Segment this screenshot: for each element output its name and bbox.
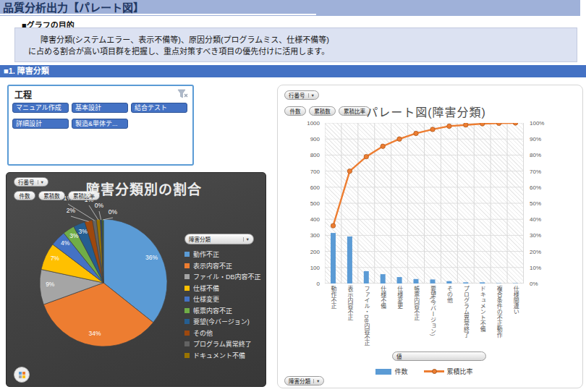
slicer-item-0[interactable]: マニュアル作成 (12, 103, 69, 113)
row-field-button[interactable]: 行番号▼ (14, 177, 48, 187)
pie-leader-line (71, 216, 89, 221)
pie-legend: 障害分類▼ 動作不正表示内容不正ファイル・DB内容不正仕様不備仕様変更帳票内容不… (184, 234, 266, 361)
pivotchart-button[interactable] (14, 367, 30, 383)
field-button-count[interactable]: 件数 (284, 106, 306, 116)
bar-3[interactable] (381, 274, 386, 284)
pie-legend-item-3: 仕様不備 (184, 283, 266, 294)
x-axis-label-0: 動作不正 (330, 286, 336, 358)
right-axis-tick: 70% (530, 169, 554, 175)
funnel-clear-icon[interactable] (177, 89, 189, 99)
bar-9[interactable] (480, 282, 485, 284)
line-marker-10[interactable] (496, 123, 501, 126)
x-axis-label-9: ドキュメント不備 (479, 286, 485, 358)
right-axis-tick: 90% (530, 136, 554, 142)
legend-swatch (184, 353, 190, 358)
left-axis-tick: 500 (295, 200, 320, 207)
pie-legend-item-1: 表示内容不正 (184, 260, 266, 272)
legend-label: 動作不正 (193, 250, 219, 259)
left-axis-tick: 900 (295, 136, 320, 142)
pie-legend-item-4: 仕様変更 (184, 294, 266, 305)
bar-0[interactable] (331, 233, 336, 284)
chart-mini-icon (19, 372, 25, 378)
left-axis-tick: 200 (295, 249, 320, 255)
right-axis-tick: 100% (530, 120, 554, 127)
slicer-item-4[interactable]: 製造&単体テ... (72, 119, 128, 129)
legend-swatch (184, 319, 190, 324)
line-marker-7[interactable] (447, 124, 451, 128)
legend-label: 帳票内容不正 (193, 306, 232, 315)
x-axis-label-11: 仕様間違い (512, 286, 519, 358)
legend-label: 仕様変更 (193, 294, 219, 304)
legend-label: その他 (193, 328, 213, 338)
line-marker-9[interactable] (480, 123, 485, 126)
legend-axis-field-button[interactable]: 障害分類▼ (184, 234, 254, 244)
left-axis-tick: 700 (295, 169, 320, 175)
right-axis-tick: 80% (530, 152, 554, 158)
dropdown-caret: ▼ (243, 237, 250, 242)
section-heading-failure-class: ■1. 障害分類 (0, 65, 586, 77)
line-marker-11[interactable] (513, 123, 517, 125)
pie-chart-card: 36%34%9%7%4%3%3%2%1%1%0%0% 行番号▼ 件数 累積数 累… (6, 172, 266, 387)
pie-data-label-2: 9% (46, 281, 55, 288)
line-marker-4[interactable] (397, 137, 402, 141)
right-axis-tick: 40% (530, 216, 554, 223)
pie-legend-item-2: ファイル・DB内容不正 (184, 271, 266, 283)
pie-data-label-3: 7% (51, 255, 60, 262)
left-axis-tick: 600 (295, 184, 320, 191)
legend-label: ファイル・DB内容不正 (193, 272, 261, 281)
line-marker-1[interactable] (347, 169, 352, 173)
pareto-plot (325, 123, 524, 284)
slicer-item-2[interactable]: 結合テスト (131, 103, 187, 113)
pie-data-label-1: 34% (89, 330, 101, 337)
x-axis-label-5: 帳票内容不正 (412, 286, 419, 358)
bar-6[interactable] (430, 279, 436, 284)
legend-swatch (184, 252, 190, 257)
right-axis-tick: 50% (530, 200, 554, 207)
dropdown-caret: ▼ (313, 379, 320, 383)
pie-legend-item-6: 要望(今バージョン) (184, 316, 266, 328)
slicer-item-1[interactable]: 基本設計 (72, 103, 128, 113)
purpose-text-line2: に占める割合が高い項目群を把握し、重点対策すべき項目の優先付けに活用します。 (28, 45, 329, 56)
bar-4[interactable] (397, 277, 402, 284)
line-marker-0[interactable] (331, 223, 335, 228)
line-marker-3[interactable] (381, 144, 385, 148)
slicer-items: マニュアル作成基本設計結合テスト詳細設計製造&単体テ... (11, 101, 192, 133)
purpose-box: 障害分類(システムエラー、表示不備等)、原因分類(プログラムミス、仕様不備等) … (14, 27, 577, 62)
bar-8[interactable] (463, 282, 468, 284)
values-field-button[interactable]: 値 (392, 351, 486, 361)
left-axis-tick: 300 (295, 232, 320, 239)
x-axis-label-1: 表示内容不正 (347, 286, 353, 358)
purpose-text-line1: 障害分類(システムエラー、表示不備等)、原因分類(プログラムミス、仕様不備等) (41, 33, 329, 45)
left-axis-tick: 800 (295, 152, 320, 158)
legend-swatch (184, 286, 190, 291)
slicer-item-3[interactable]: 詳細設計 (12, 119, 69, 129)
right-axis-tick: 10% (530, 265, 554, 271)
bar-series-swatch (375, 369, 391, 375)
dropdown-caret: ▼ (38, 180, 44, 184)
legend-label: 要望(今バージョン) (193, 317, 250, 326)
left-axis-tick: 100 (295, 265, 320, 271)
left-axis-tick: 400 (295, 216, 320, 223)
bar-5[interactable] (414, 279, 419, 284)
slicer-title: 工程 (14, 88, 32, 101)
field-button-count[interactable]: 件数 (14, 191, 35, 200)
right-axis-tick: 20% (530, 249, 554, 255)
legend-swatch (184, 263, 190, 268)
x-axis-label-2: ファイル・DB内容不正 (363, 286, 370, 358)
x-axis-label-6: 要望(今バージョン) (429, 286, 436, 358)
line-marker-6[interactable] (430, 127, 435, 132)
line-marker-2[interactable] (364, 154, 368, 158)
bar-1[interactable] (347, 237, 352, 284)
bar-7[interactable] (446, 281, 451, 284)
line-marker-5[interactable] (414, 131, 418, 135)
legend-swatch (184, 308, 190, 313)
axis-field-button[interactable]: 障害分類▼ (284, 376, 324, 385)
x-axis-label-8: プログラム異常終了 (462, 286, 469, 358)
row-field-button[interactable]: 行番号▼ (284, 90, 319, 100)
legend-item-count: 件数 (375, 367, 407, 376)
line-marker-8[interactable] (464, 123, 468, 127)
pie-legend-item-0: 動作不正 (184, 249, 266, 260)
pie-data-label-10: 0% (95, 202, 104, 209)
bar-2[interactable] (364, 271, 369, 284)
legend-label: ドキュメント不備 (193, 351, 245, 360)
